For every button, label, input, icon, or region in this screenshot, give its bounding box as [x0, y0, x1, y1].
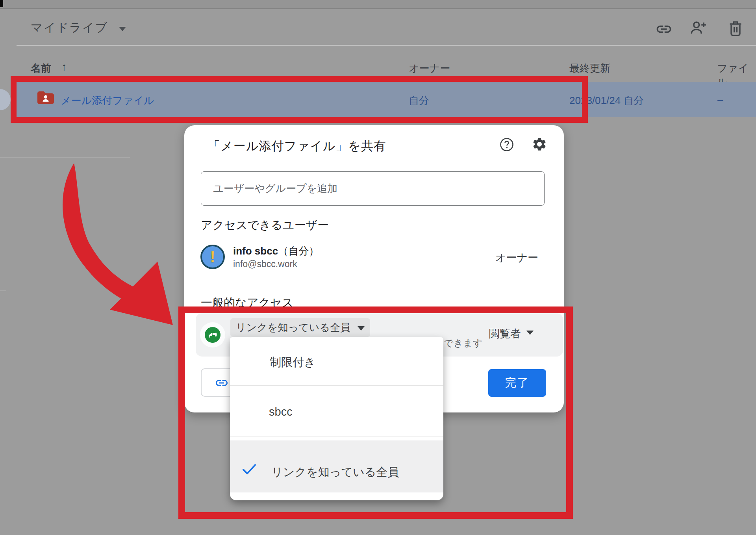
people-section-label: アクセスできるユーザー: [201, 217, 329, 233]
row-file-size: –: [717, 94, 723, 106]
column-header-owner[interactable]: オーナー: [409, 61, 450, 75]
breadcrumb-caret-icon[interactable]: [119, 27, 126, 31]
add-people-input[interactable]: [213, 172, 532, 205]
owner-name: info sbcc（自分）: [233, 244, 319, 258]
trash-button[interactable]: [727, 20, 744, 39]
share-button[interactable]: [689, 20, 708, 38]
header-divider: [17, 45, 756, 46]
dialog-title: 「メール添付ファイル」を共有: [208, 138, 386, 154]
help-icon[interactable]: [499, 137, 514, 154]
sidebar-divider-artifact-2: [0, 290, 6, 291]
annotation-rectangle-access: [178, 307, 573, 519]
annotation-rectangle-row: [11, 76, 588, 123]
breadcrumb[interactable]: マイドライブ: [31, 20, 108, 36]
avatar-glyph: !: [202, 246, 223, 268]
sidebar-edge-artifact: [0, 89, 11, 110]
owner-email: info@sbcc.work: [233, 259, 297, 269]
owner-name-suffix: （自分）: [278, 245, 319, 257]
column-header-modified[interactable]: 最終更新: [569, 61, 610, 75]
annotation-arrow: [51, 154, 185, 339]
column-header-name[interactable]: 名前: [31, 61, 51, 75]
gear-icon[interactable]: [532, 136, 547, 154]
avatar: !: [200, 245, 225, 269]
top-window-divider: [0, 8, 756, 9]
screen: マイドライブ 名前 ↑ オーナー 最終更新 ファイル メール添付ファイル 自分: [0, 0, 756, 535]
top-window-band: [0, 0, 756, 8]
get-link-button[interactable]: [655, 20, 673, 39]
sort-ascending-icon[interactable]: ↑: [61, 61, 67, 73]
add-people-field-wrap: [201, 171, 545, 206]
owner-role-label: オーナー: [495, 251, 538, 265]
window-corner-artifact: [0, 0, 3, 7]
